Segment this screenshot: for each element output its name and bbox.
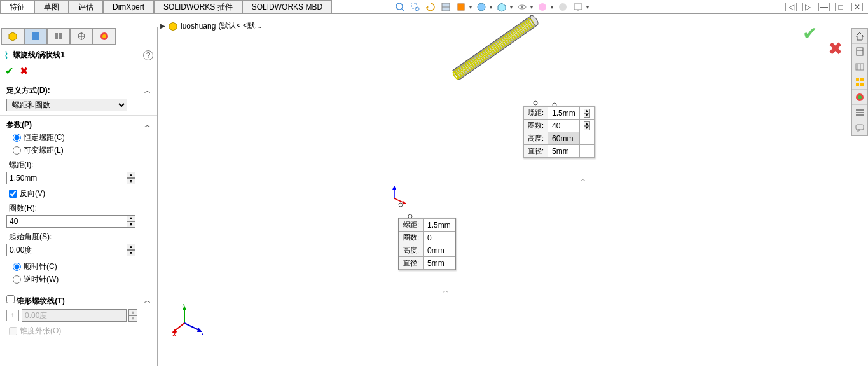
svg-line-1 [402, 9, 404, 11]
taper-header[interactable]: 锥形螺纹线(T) ︿ [6, 295, 151, 307]
constant-pitch-input[interactable] [13, 134, 21, 142]
view-triad[interactable]: Y Z X [172, 304, 203, 336]
tab-addins[interactable]: SOLIDWORKS 插件 [154, 0, 242, 13]
caret-icon[interactable]: ▾ [510, 4, 513, 10]
pitch-input[interactable] [6, 172, 127, 184]
caret-icon[interactable]: ▾ [469, 4, 472, 10]
eye-icon[interactable] [516, 1, 528, 13]
reverse-row[interactable]: 反向(V) [9, 188, 151, 199]
c-up[interactable]: ▲ [584, 109, 590, 113]
next-doc-button[interactable]: ▷ [802, 3, 813, 11]
c-up[interactable]: ▲ [584, 121, 590, 126]
caret-icon[interactable]: ▾ [490, 4, 492, 10]
angle-input[interactable] [6, 244, 127, 256]
tab-mbd[interactable]: SOLIDWORKS MBD [242, 0, 332, 13]
zoom-area-icon[interactable] [410, 1, 421, 13]
ccw-radio[interactable]: 逆时针(W) [13, 274, 151, 285]
c-down[interactable]: ▼ [584, 126, 590, 130]
angle-down[interactable]: ▼ [127, 250, 135, 256]
view-orient-icon[interactable] [496, 1, 507, 13]
chevron-up-icon[interactable]: ︿ [443, 286, 449, 295]
rev-down[interactable]: ▼ [127, 221, 135, 228]
properties-icon[interactable] [852, 105, 867, 120]
callout-rev-value[interactable]: 40 [552, 121, 560, 130]
constant-pitch-radio[interactable]: 恒定螺距(C) [13, 132, 151, 143]
accept-icon[interactable]: ✔ [803, 23, 817, 44]
callout-dia-value[interactable]: 5mm [552, 147, 569, 156]
svg-marker-9 [498, 3, 506, 11]
dimxpert-tab[interactable] [70, 28, 93, 45]
display-tab[interactable] [93, 28, 116, 45]
reverse-checkbox[interactable] [9, 190, 17, 198]
maximize-button[interactable]: □ [835, 3, 846, 11]
ccw-input[interactable] [13, 275, 21, 284]
svg-point-8 [478, 3, 485, 11]
cw-input[interactable] [13, 263, 21, 271]
angle-up[interactable]: ▲ [127, 244, 135, 250]
variable-pitch-input[interactable] [13, 146, 21, 155]
definition-header[interactable]: 定义方式(D): ︿ [6, 85, 151, 96]
home-icon[interactable] [852, 29, 867, 44]
config-tab[interactable] [47, 28, 70, 45]
callout-dia-value[interactable]: 5mm [427, 259, 444, 268]
pm-toolbar [0, 27, 157, 46]
cw-radio[interactable]: 顺时针(C) [13, 261, 151, 272]
render-icon[interactable] [557, 1, 568, 13]
design-lib-icon[interactable] [852, 59, 867, 74]
callout-height-value[interactable]: 0mm [427, 246, 444, 255]
caret-icon[interactable]: ▾ [551, 4, 553, 10]
pitch-up[interactable]: ▲ [127, 172, 135, 178]
rev-input[interactable] [6, 215, 127, 228]
callout-rev-value[interactable]: 0 [427, 233, 432, 242]
prev-view-icon[interactable] [425, 1, 436, 13]
caret-icon[interactable]: ▾ [586, 4, 589, 10]
task-pane [851, 28, 868, 136]
zoom-fit-icon[interactable] [394, 1, 406, 13]
file-explorer-icon[interactable] [852, 74, 867, 90]
cancel-icon[interactable]: ✖ [828, 38, 843, 59]
callout-rev-label: 圈数: [399, 232, 424, 244]
taper-label: 锥形螺纹线(T) [17, 296, 64, 305]
c-down[interactable]: ▼ [584, 113, 590, 118]
ok-button[interactable]: ✔ [5, 65, 13, 77]
prev-doc-button[interactable]: ◁ [785, 3, 797, 11]
svg-rect-24 [860, 83, 864, 86]
appearance-icon[interactable] [476, 1, 487, 13]
scene-icon[interactable] [537, 1, 548, 13]
appearances-icon[interactable] [852, 90, 867, 105]
rev-label: 圈数(R): [9, 203, 151, 214]
helix-callout-top[interactable]: 螺距:1.5mm▲▼ 圈数:40▲▼ 高度:60mm 直径:5mm [523, 106, 595, 158]
rev-up[interactable]: ▲ [127, 215, 135, 221]
svg-marker-91 [197, 328, 202, 332]
display-style-icon[interactable] [455, 1, 467, 13]
screen-icon[interactable] [572, 1, 584, 13]
part-icon [168, 21, 178, 31]
tab-dimxpert[interactable]: DimXpert [103, 0, 154, 13]
section-view-icon[interactable] [440, 1, 451, 13]
callout-pitch-value[interactable]: 1.5mm [427, 221, 451, 230]
feature-tree-tab[interactable] [1, 28, 24, 45]
feature-name: 螺旋线/涡状线1 [13, 50, 139, 60]
resources-icon[interactable] [852, 44, 867, 59]
chevron-right-icon: ▶ [160, 22, 165, 29]
chevron-up-icon[interactable]: ︿ [580, 175, 586, 184]
helix-callout-bottom[interactable]: 螺距:1.5mm 圈数:0 高度:0mm 直径:5mm [398, 218, 456, 270]
breadcrumb[interactable]: ▶ luoshuang (默认< <默... [160, 20, 261, 31]
variable-pitch-radio[interactable]: 可变螺距(L) [13, 145, 151, 156]
pitch-down[interactable]: ▼ [127, 178, 135, 184]
helix-icon: ⌇ [4, 49, 9, 61]
minimize-button[interactable]: — [818, 3, 830, 11]
definition-select[interactable]: 螺距和圈数 [6, 99, 127, 111]
close-button[interactable]: ✕ [851, 3, 863, 11]
forum-icon[interactable] [852, 120, 867, 135]
caret-icon[interactable]: ▾ [530, 4, 533, 10]
help-button[interactable]: ? [143, 50, 153, 60]
tab-evaluate[interactable]: 评估 [69, 0, 103, 13]
params-header[interactable]: 参数(P) ︿ [6, 120, 151, 130]
callout-pitch-value[interactable]: 1.5mm [552, 109, 575, 118]
tab-feature[interactable]: 特征 [0, 0, 34, 13]
taper-checkbox[interactable] [6, 295, 15, 303]
tab-sketch[interactable]: 草图 [34, 0, 69, 13]
cancel-button[interactable]: ✖ [20, 65, 28, 77]
pm-tab[interactable] [24, 28, 47, 45]
